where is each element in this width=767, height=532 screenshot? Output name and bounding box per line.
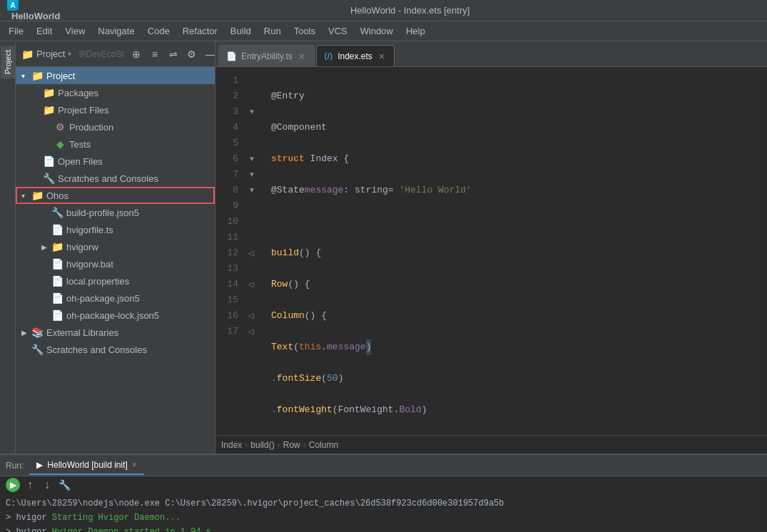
config-icon: 🔧: [51, 207, 63, 218]
editor-area: 📄 EntryAbility.ts × ⟨/⟩ Index.ets × 1 2 …: [215, 41, 767, 454]
properties-file-icon: 📄: [51, 275, 63, 287]
sidebar-item-hvigorw[interactable]: ▶ 📁 hvigorw: [16, 238, 215, 255]
scratches-bottom-icon: 🔧: [31, 344, 43, 355]
bottom-tab-run[interactable]: ▶ HelloWorld [build init] ×: [29, 456, 144, 475]
sidebar-item-oh-package[interactable]: 📄 oh-package.json5: [16, 290, 215, 307]
sidebar-header: 📁 Project ▾ 9\DevEcoSt ⊕ ≡ ⇌ ⚙ —: [16, 41, 215, 67]
file-icon: 📄: [43, 155, 54, 167]
sidebar-item-scratches-bottom[interactable]: 🔧 Scratches and Consoles: [16, 341, 215, 358]
bottom-toolbar: ▶ ↑ ↓ 🔧: [0, 476, 767, 493]
tab-entry-ability[interactable]: 📄 EntryAbility.ts ×: [218, 45, 315, 66]
sidebar-item-hvigorfile[interactable]: 📄 hvigorfile.ts: [16, 221, 215, 238]
sidebar-item-ohos[interactable]: ▾ 📁 Ohos: [16, 187, 215, 204]
project-dropdown[interactable]: 📁 Project ▾: [21, 48, 71, 60]
app-logo-title: A HelloWorld: [7, 0, 60, 21]
log-daemon-start: Starting Hvigor Daemon...: [52, 513, 181, 523]
sync-button[interactable]: ⇌: [166, 46, 181, 62]
menu-window[interactable]: Window: [355, 24, 399, 39]
log-hvigor-prefix: > hvigor: [6, 513, 52, 523]
tab-close-button[interactable]: ×: [377, 51, 387, 61]
sidebar-item-project[interactable]: ▾ 📁 Project: [16, 67, 215, 84]
bc-column[interactable]: Column: [309, 440, 338, 450]
tab-close-button[interactable]: ×: [297, 51, 307, 61]
bc-index[interactable]: Index: [221, 440, 242, 450]
window-title: HelloWorld - Index.ets [entry]: [60, 5, 760, 16]
sidebar-item-scratches-top[interactable]: 🔧 Scratches and Consoles: [16, 170, 215, 187]
tab-bar: 📄 EntryAbility.ts × ⟨/⟩ Index.ets ×: [215, 41, 767, 67]
tree-label: Tests: [69, 139, 91, 150]
bottom-tab-label: HelloWorld [build init]: [47, 460, 128, 470]
bc-sep-1: ›: [245, 440, 248, 450]
arrow-icon: ▾: [21, 192, 29, 200]
tree-label: hvigorw.bat: [66, 259, 113, 270]
tree-label: build-profile.json5: [66, 208, 139, 218]
menu-edit[interactable]: Edit: [31, 24, 58, 39]
json-lock-file-icon: 📄: [51, 310, 63, 321]
code-gutter: ▼ ▼ ▼ ▼ ◁ ◁ ◁ ◁: [244, 67, 265, 435]
code-container: 1 2 3 4 5 6 7 8 9 10 11 12 13 14 15 16 1…: [215, 67, 767, 435]
code-editor[interactable]: @Entry @Component struct Index { @State …: [265, 67, 767, 435]
sidebar-item-external-libs[interactable]: ▶ 📚 External Libraries: [16, 324, 215, 341]
menu-navigate[interactable]: Navigate: [92, 24, 140, 39]
ts-icon: 📄: [226, 51, 237, 61]
log-line-2: > hvigor Starting Hvigor Daemon...: [6, 511, 761, 525]
menu-run[interactable]: Run: [258, 24, 287, 39]
tree-label: Scratches and Consoles: [58, 173, 158, 184]
menu-build[interactable]: Build: [225, 24, 257, 39]
tab-index-ets[interactable]: ⟨/⟩ Index.ets ×: [316, 45, 395, 66]
tree-label: Scratches and Consoles: [46, 344, 147, 355]
arrow-up-button[interactable]: ↑: [23, 478, 37, 492]
sidebar-item-production[interactable]: ⚙ Production: [16, 118, 215, 135]
collapse-button[interactable]: ≡: [147, 46, 163, 62]
bc-sep-2: ›: [278, 440, 280, 450]
tree-label: External Libraries: [46, 327, 118, 338]
arrow-icon: ▶: [21, 329, 29, 337]
menu-refactor[interactable]: Refactor: [177, 24, 223, 39]
menu-view[interactable]: View: [59, 24, 91, 39]
sidebar-item-oh-package-lock[interactable]: 📄 oh-package-lock.json5: [16, 307, 215, 324]
logo-letter: A: [10, 1, 15, 9]
run-icon: ▶: [36, 460, 43, 470]
minimize-button[interactable]: —: [203, 46, 215, 62]
tree-label: Ohos: [46, 190, 68, 201]
sidebar-item-packages[interactable]: 📁 Packages: [16, 84, 215, 101]
dropdown-arrow-icon: ▾: [68, 50, 71, 58]
tab-label: Index.ets: [337, 51, 372, 61]
sidebar-item-open-files[interactable]: 📄 Open Files: [16, 153, 215, 170]
tree-label: Open Files: [58, 156, 103, 167]
sidebar-item-local-properties[interactable]: 📄 local.properties: [16, 272, 215, 290]
sidebar-item-hvigorw-bat[interactable]: 📄 hvigorw.bat: [16, 255, 215, 272]
tab-label: EntryAbility.ts: [241, 51, 293, 61]
arrow-icon: ▾: [21, 72, 29, 80]
menu-code[interactable]: Code: [142, 24, 176, 39]
tests-icon: ◆: [54, 138, 66, 150]
vtab-project[interactable]: Project: [1, 46, 15, 78]
log-hvigor-prefix-2: > hvigor: [6, 527, 52, 532]
app-logo: A: [7, 0, 19, 11]
wrench-button[interactable]: 🔧: [57, 478, 71, 492]
sidebar-item-build-profile[interactable]: 🔧 build-profile.json5: [16, 204, 215, 221]
run-label: Run:: [6, 461, 24, 471]
sidebar-item-project-files[interactable]: 📁 Project Files: [16, 101, 215, 118]
sidebar-item-tests[interactable]: ◆ Tests: [16, 135, 215, 153]
bottom-content[interactable]: C:\Users\28259\nodejs\node.exe C:\Users\…: [0, 493, 767, 532]
menu-file[interactable]: File: [3, 24, 29, 39]
tree-label: Production: [69, 122, 113, 133]
menu-help[interactable]: Help: [400, 24, 431, 39]
folder-icon: 📁: [43, 87, 54, 98]
bc-row[interactable]: Row: [283, 440, 300, 450]
settings-button[interactable]: ⚙: [184, 46, 200, 62]
folder-icon: 📁: [51, 241, 63, 252]
tree-label: oh-package.json5: [66, 293, 140, 304]
menu-vcs[interactable]: VCS: [322, 24, 353, 39]
log-line-1: C:\Users\28259\nodejs\node.exe C:\Users\…: [6, 496, 761, 511]
vertical-tab-strip: Project: [0, 41, 16, 454]
bc-build[interactable]: build(): [250, 440, 274, 450]
menu-tools[interactable]: Tools: [288, 24, 321, 39]
arrow-down-button[interactable]: ↓: [40, 478, 54, 492]
tree-label: hvigorfile.ts: [66, 225, 113, 235]
close-icon[interactable]: ×: [132, 460, 137, 470]
add-button[interactable]: ⊕: [128, 46, 144, 62]
play-button[interactable]: ▶: [6, 478, 20, 492]
ts-file-icon: 📄: [51, 224, 63, 235]
